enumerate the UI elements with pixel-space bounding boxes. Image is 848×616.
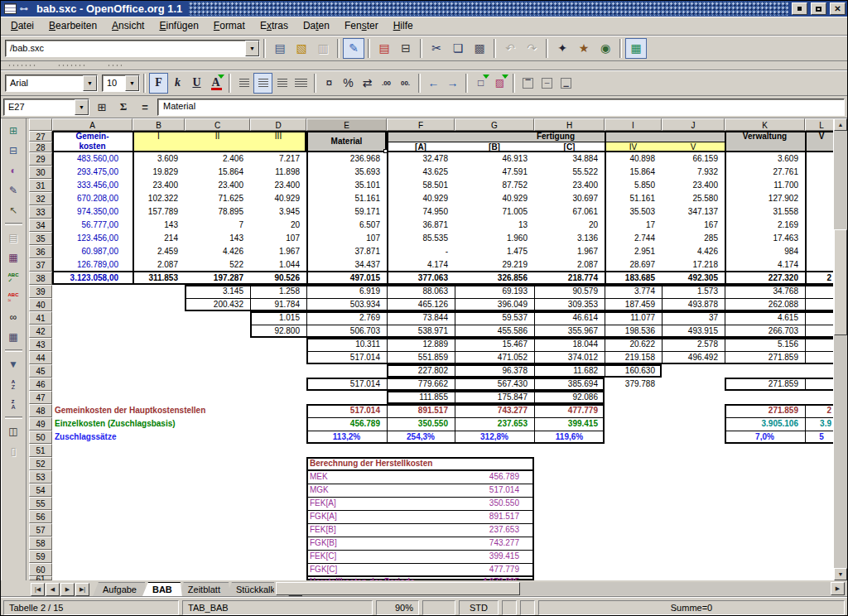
edit-file-button[interactable]: ✎ — [343, 38, 364, 59]
cell-F32[interactable]: 40.929 — [388, 192, 454, 205]
cell-D38[interactable]: 90.526 — [251, 272, 306, 285]
column-header-H[interactable]: H — [534, 118, 605, 131]
cell-E48[interactable]: 517.014 — [307, 404, 386, 417]
cell-G48[interactable]: 743.277 — [455, 404, 533, 417]
cell-I42[interactable]: 198.536 — [605, 325, 661, 338]
row-header-34[interactable]: 34 — [29, 219, 52, 232]
cell-H30[interactable]: 55.522 — [535, 166, 604, 179]
cell-G42[interactable]: 455.586 — [455, 325, 533, 338]
cell-J43[interactable]: 2.578 — [662, 338, 724, 351]
name-box[interactable]: E27 ▼ — [3, 99, 89, 116]
cell-D31[interactable]: 23.400 — [251, 179, 306, 192]
last-sheet-button[interactable]: ▶| — [75, 583, 89, 596]
cell-H33[interactable]: 67.061 — [535, 205, 604, 219]
cell-I31[interactable]: 5.850 — [605, 179, 661, 192]
align-middle-button[interactable]: ─ — [537, 73, 556, 94]
cell-I37[interactable]: 28.697 — [605, 258, 661, 272]
scroll-down-button[interactable]: ▼ — [834, 568, 847, 580]
cell-F36[interactable]: - — [388, 245, 454, 258]
cell-E42[interactable]: 506.703 — [307, 325, 386, 338]
cell-C34[interactable]: 7 — [186, 219, 249, 232]
bold-button[interactable]: F — [149, 73, 168, 94]
row-header-45[interactable]: 45 — [29, 364, 52, 378]
column-header-J[interactable]: J — [662, 118, 725, 131]
cell-I32[interactable]: 51.161 — [605, 192, 661, 205]
cell-F41[interactable]: 73.844 — [388, 311, 454, 325]
align-left-button[interactable] — [234, 73, 253, 94]
url-combo[interactable]: /bab.sxc ▼ — [5, 40, 260, 57]
cell-E29[interactable]: 236.968 — [307, 152, 386, 166]
cell-K40[interactable]: 262.088 — [725, 298, 804, 311]
cell-C33[interactable]: 78.895 — [186, 205, 249, 219]
cell-K50[interactable]: 7,0% — [725, 431, 804, 444]
scroll-up-button[interactable]: ▲ — [834, 118, 847, 131]
column-header-B[interactable]: B — [132, 118, 185, 131]
find-replace-button[interactable]: ∞ — [3, 307, 24, 327]
cell-B32[interactable]: 102.322 — [133, 192, 184, 205]
cell-D40[interactable]: 91.784 — [251, 298, 306, 311]
cell-I36[interactable]: 2.951 — [605, 245, 661, 258]
cell-G31[interactable]: 87.752 — [455, 179, 533, 192]
cell-G32[interactable]: 40.929 — [455, 192, 533, 205]
column-header-K[interactable]: K — [725, 118, 805, 131]
cell-K30[interactable]: 27.761 — [725, 166, 804, 179]
cell-D33[interactable]: 3.945 — [251, 205, 306, 219]
sort-ascending-button[interactable]: AZ — [3, 374, 24, 394]
row-header-43[interactable]: 43 — [29, 338, 52, 351]
cell-L48[interactable]: 2 — [806, 404, 834, 417]
cell-I39[interactable]: 3.774 — [605, 285, 661, 298]
cell-A38[interactable]: 3.123.058,00 — [53, 272, 132, 285]
cell-I34[interactable]: 17 — [605, 219, 661, 232]
font-size-combo[interactable]: 10 ▼ — [102, 75, 140, 92]
cell-F34[interactable]: 36.871 — [388, 219, 454, 232]
row-header-58[interactable]: 58 — [29, 537, 52, 550]
cell-E35[interactable]: 107 — [307, 232, 386, 245]
cell-G33[interactable]: 71.005 — [455, 205, 533, 219]
cell-I43[interactable]: 20.622 — [605, 338, 661, 351]
row-header-37[interactable]: 37 — [29, 258, 52, 272]
menu-daten[interactable]: Daten — [296, 17, 337, 34]
cell-H36[interactable]: 1.967 — [535, 245, 604, 258]
column-header-A[interactable]: A — [52, 118, 132, 131]
row-header-55[interactable]: 55 — [29, 497, 52, 510]
vertical-scrollbar[interactable]: ▲ ▼ — [833, 118, 847, 580]
cell-D37[interactable]: 1.044 — [251, 258, 306, 272]
cell-C39[interactable]: 3.145 — [186, 285, 249, 298]
previous-sheet-button[interactable]: ◀ — [46, 583, 60, 596]
number-format-percent-button[interactable]: % — [339, 73, 358, 94]
cell-G44[interactable]: 471.052 — [455, 351, 533, 364]
cell-J42[interactable]: 493.915 — [662, 325, 724, 338]
align-top-button[interactable]: ▔ — [518, 73, 537, 94]
cell-K37[interactable]: 4.174 — [725, 258, 804, 272]
cell-E50[interactable]: 113,2% — [307, 431, 386, 444]
navigator-button[interactable]: ✦ — [552, 38, 573, 59]
cell-C40[interactable]: 200.432 — [186, 298, 249, 311]
cell-I44[interactable]: 219.158 — [605, 351, 661, 364]
column-header-F[interactable]: F — [387, 118, 455, 131]
cell-E39[interactable]: 6.919 — [307, 285, 386, 298]
cell-C37[interactable]: 522 — [186, 258, 249, 272]
vertical-scroll-thumb[interactable] — [834, 229, 847, 335]
auto-spellcheck-button[interactable]: ABC≈ — [3, 287, 24, 307]
cell-B29[interactable]: 3.609 — [133, 152, 184, 166]
cell-E38[interactable]: 497.015 — [307, 272, 386, 285]
cell-I29[interactable]: 40.898 — [605, 152, 661, 166]
cell-A32[interactable]: 670.208,00 — [53, 192, 132, 205]
equals-button[interactable]: = — [136, 99, 154, 116]
save-button[interactable]: ▥ — [312, 38, 334, 59]
first-sheet-button[interactable]: |◀ — [31, 583, 45, 596]
form-controls-button[interactable]: ↖ — [3, 200, 24, 220]
paste-button[interactable]: ▩ — [469, 38, 490, 59]
cell-B33[interactable]: 157.789 — [133, 205, 184, 219]
cell-K33[interactable]: 31.558 — [725, 205, 804, 219]
cell-H46[interactable]: 385.694 — [535, 378, 604, 391]
input-line[interactable]: Material — [157, 99, 845, 116]
function-wizard-button[interactable]: ⊞ — [93, 99, 111, 116]
cell-F45[interactable]: 227.802 — [388, 364, 454, 378]
insert-rows-button[interactable]: ▤ — [3, 228, 24, 248]
menu-ansicht[interactable]: Ansicht — [104, 17, 152, 34]
toolbar-handle[interactable] — [7, 64, 36, 67]
menu-einfügen[interactable]: Einfügen — [152, 17, 205, 34]
cell-E32[interactable]: 51.161 — [307, 192, 386, 205]
data-sources-button[interactable]: ▦ — [3, 327, 24, 347]
